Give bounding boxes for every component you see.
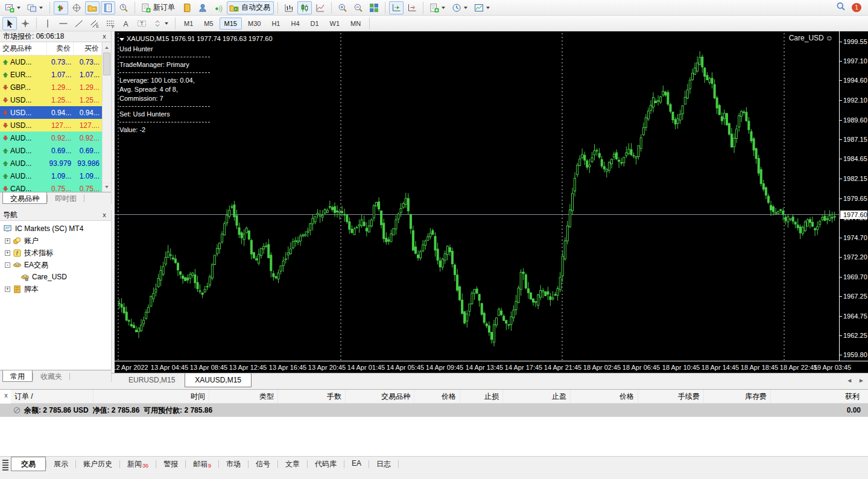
- terminal-column-header-8[interactable]: 价格: [571, 390, 638, 403]
- terminal-tab-0[interactable]: 交易: [11, 457, 46, 471]
- text-label-tool[interactable]: T: [135, 17, 149, 30]
- period-m1[interactable]: M1: [179, 17, 198, 30]
- terminal-column-header-5[interactable]: 价格: [414, 390, 460, 403]
- bar-chart-button[interactable]: [282, 1, 296, 14]
- period-w1[interactable]: W1: [325, 17, 345, 30]
- text-tool[interactable]: A: [119, 17, 133, 30]
- navigator-item-0[interactable]: +账户: [0, 235, 111, 247]
- terminal-column-header-0[interactable]: 订单 /: [11, 390, 93, 403]
- fibonacci-tool[interactable]: F: [103, 17, 118, 30]
- chart-shift-button[interactable]: [405, 1, 419, 14]
- navigator-item-3[interactable]: Care_USD: [0, 271, 111, 283]
- terminal-tab-2[interactable]: 账户历史: [76, 457, 119, 471]
- market-watch-row[interactable]: AUD...0.69...0.69...: [0, 144, 102, 157]
- candlestick-chart-button[interactable]: [297, 1, 312, 14]
- periods-button[interactable]: [449, 1, 470, 14]
- terminal-column-header-11[interactable]: 获利: [771, 390, 868, 403]
- search-icon[interactable]: [836, 2, 846, 13]
- terminal-column-header-7[interactable]: 止盈: [503, 390, 571, 403]
- navigator-item-4[interactable]: +脚本: [0, 283, 111, 295]
- scrollbar-thumb[interactable]: [103, 52, 110, 75]
- horizontal-line-tool[interactable]: [56, 17, 71, 30]
- terminal-column-header-1[interactable]: 时间: [93, 390, 209, 403]
- tabs-scroll-left-icon[interactable]: ◄: [846, 377, 852, 384]
- market-watch-row[interactable]: USD...1.25...1.25...: [0, 94, 102, 106]
- zoom-in-button[interactable]: [335, 1, 350, 14]
- trendline-tool[interactable]: [72, 17, 86, 30]
- terminal-column-header-4[interactable]: 交易品种: [346, 390, 414, 403]
- cursor-tool[interactable]: [2, 17, 17, 30]
- community-button[interactable]: [195, 1, 210, 14]
- navigator-root[interactable]: IC Markets (SC) MT4: [0, 223, 111, 235]
- terminal-close-icon[interactable]: x: [2, 392, 10, 400]
- metaeditor-button[interactable]: [180, 1, 194, 14]
- terminal-tab-5[interactable]: 邮箱9: [186, 457, 218, 471]
- terminal-tab-11[interactable]: 日志: [369, 457, 398, 471]
- navigator-item-2[interactable]: -EA交易: [0, 259, 111, 271]
- terminal-column-header-9[interactable]: 手续费: [638, 390, 704, 403]
- period-h4[interactable]: H4: [286, 17, 304, 30]
- chart-tab-0[interactable]: EURUSD,M15: [119, 373, 185, 387]
- zoom-out-button[interactable]: [351, 1, 366, 14]
- broadcast-button[interactable]: [211, 1, 226, 14]
- terminal-tab-4[interactable]: 警报: [156, 457, 185, 471]
- scroll-up-icon[interactable]: [103, 42, 111, 51]
- navigator-tab-1[interactable]: 收藏夹: [33, 370, 69, 382]
- market-watch-row[interactable]: EUR...1.07...1.07...: [0, 68, 102, 81]
- templates-button[interactable]: [472, 1, 493, 14]
- ea-badge[interactable]: Care_USD ☺: [789, 34, 833, 42]
- notification-badge[interactable]: 1: [852, 3, 862, 13]
- market-watch-toggle[interactable]: [54, 1, 68, 14]
- market-watch-tab-1[interactable]: 即时图: [48, 192, 84, 204]
- market-watch-row[interactable]: AUD...0.92...0.92...: [0, 132, 102, 144]
- terminal-column-header-3[interactable]: 手数: [278, 390, 346, 403]
- new-chart[interactable]: [2, 1, 24, 14]
- market-watch-scrollbar[interactable]: [102, 42, 111, 192]
- market-watch-row[interactable]: AUD...1.09...1.09...: [0, 170, 102, 182]
- tabs-scroll-right-icon[interactable]: ►: [858, 377, 864, 384]
- tree-expander[interactable]: +: [5, 287, 10, 292]
- terminal-tab-3[interactable]: 新闻36: [120, 457, 156, 471]
- period-m5[interactable]: M5: [199, 17, 218, 30]
- terminal-tab-7[interactable]: 信号: [249, 457, 277, 471]
- auto-scroll-button[interactable]: [389, 1, 404, 14]
- market-watch-row[interactable]: AUD...0.73...0.73...: [0, 56, 102, 68]
- new-order-button[interactable]: 新订单: [139, 1, 179, 14]
- navigator-toggle[interactable]: [85, 1, 100, 14]
- market-watch-row[interactable]: CAD...0.75...0.75...: [0, 182, 102, 192]
- terminal-grip[interactable]: [0, 457, 11, 473]
- chart-tab-1[interactable]: XAUUSD,M15: [185, 373, 252, 387]
- tile-windows-button[interactable]: [367, 1, 381, 14]
- arrows-tool[interactable]: [150, 17, 171, 30]
- chart-title-line[interactable]: XAUUSD,M15 1976.91 1977.74 1976.63 1977.…: [119, 34, 273, 43]
- tree-expander[interactable]: +: [5, 238, 10, 244]
- strategy-tester-toggle[interactable]: [116, 1, 131, 14]
- terminal-column-header-10[interactable]: 库存费: [704, 390, 771, 403]
- market-watch-tab-0[interactable]: 交易品种: [2, 192, 47, 204]
- market-watch-row[interactable]: USD...0.94...0.94...: [0, 106, 102, 119]
- period-h1[interactable]: H1: [267, 17, 285, 30]
- profiles[interactable]: [25, 1, 46, 14]
- navigator-item-1[interactable]: +f技术指标: [0, 247, 111, 259]
- vertical-line-tool[interactable]: [40, 17, 55, 30]
- period-m30[interactable]: M30: [243, 17, 265, 30]
- period-d1[interactable]: D1: [306, 17, 324, 30]
- terminal-tab-8[interactable]: 文章: [278, 457, 307, 471]
- auto-trading-button[interactable]: 自动交易: [227, 1, 274, 14]
- indicators-button[interactable]: [427, 1, 448, 14]
- terminal-tab-1[interactable]: 展示: [46, 457, 75, 471]
- terminal-column-header-6[interactable]: 止损: [460, 390, 503, 403]
- terminal-tab-9[interactable]: 代码库: [308, 457, 344, 471]
- scroll-down-icon[interactable]: [103, 183, 111, 192]
- market-watch-column-header[interactable]: 卖价: [47, 42, 74, 55]
- market-watch-row[interactable]: GBP...1.29...1.29...: [0, 81, 102, 94]
- terminal-tab-10[interactable]: EA: [344, 457, 369, 471]
- tree-expander[interactable]: -: [5, 262, 10, 268]
- period-m15[interactable]: M15: [220, 17, 242, 30]
- terminal-column-header-2[interactable]: 类型: [209, 390, 278, 403]
- tree-expander[interactable]: +: [5, 250, 10, 256]
- market-watch-column-header[interactable]: 交易品种: [0, 42, 47, 55]
- data-window-toggle[interactable]: [69, 1, 84, 14]
- close-icon[interactable]: x: [100, 33, 109, 41]
- equidistant-channel-tool[interactable]: E: [87, 17, 102, 30]
